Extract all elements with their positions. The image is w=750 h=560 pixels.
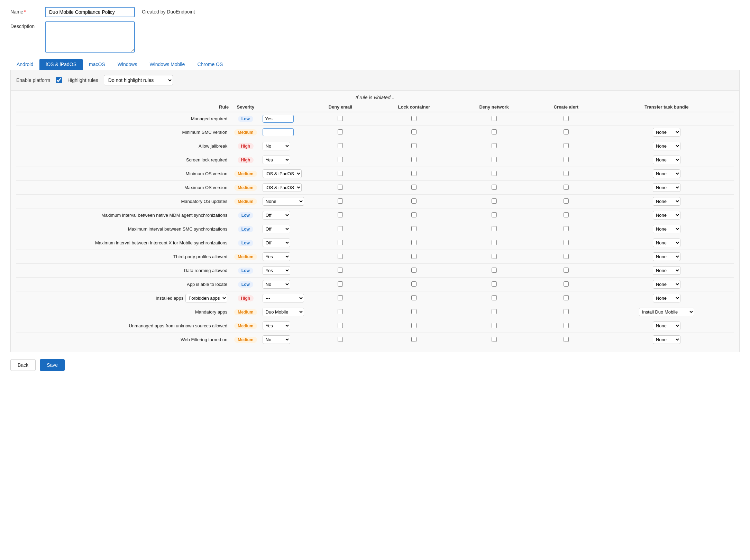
lock-container-checkbox[interactable] [411,226,417,231]
create-alert-cell[interactable] [533,195,600,208]
control-input[interactable] [263,128,294,136]
lock-container-cell[interactable] [373,125,455,139]
task-bundle-select[interactable]: None [653,321,680,330]
deny-network-cell[interactable] [455,333,532,347]
task-bundle-select[interactable]: None [653,183,680,192]
task-bundle-select[interactable]: None [653,211,680,220]
deny-email-checkbox[interactable] [338,157,343,162]
deny-network-cell[interactable] [455,153,532,167]
enable-platform-checkbox[interactable] [56,77,62,83]
control-cell[interactable]: --- [260,291,308,305]
lock-container-cell[interactable] [373,167,455,181]
lock-container-cell[interactable] [373,181,455,195]
control-cell[interactable] [260,125,308,139]
deny-email-checkbox[interactable] [338,198,343,204]
lock-container-cell[interactable] [373,278,455,291]
lock-container-checkbox[interactable] [411,129,417,134]
control-select[interactable]: Off [263,211,290,220]
deny-network-cell[interactable] [455,125,532,139]
deny-email-checkbox[interactable] [338,295,343,300]
create-alert-cell[interactable] [533,125,600,139]
lock-container-checkbox[interactable] [411,309,417,314]
save-button[interactable]: Save [40,359,65,371]
create-alert-cell[interactable] [533,291,600,305]
lock-container-cell[interactable] [373,222,455,236]
lock-container-checkbox[interactable] [411,185,417,190]
deny-email-cell[interactable] [308,153,373,167]
tab-macos[interactable]: macOS [83,59,111,70]
deny-network-cell[interactable] [455,250,532,264]
tab-windows-mobile[interactable]: Windows Mobile [143,59,191,70]
deny-email-cell[interactable] [308,236,373,250]
deny-email-cell[interactable] [308,250,373,264]
deny-network-checkbox[interactable] [492,295,497,300]
control-cell[interactable]: Off [260,222,308,236]
deny-network-cell[interactable] [455,139,532,153]
task-bundle-cell[interactable]: None [600,153,734,167]
create-alert-cell[interactable] [533,139,600,153]
deny-network-cell[interactable] [455,264,532,278]
deny-email-checkbox[interactable] [338,171,343,176]
tab-android[interactable]: Android [10,59,39,70]
deny-email-cell[interactable] [308,278,373,291]
control-select[interactable]: Off [263,239,290,247]
lock-container-checkbox[interactable] [411,143,417,148]
create-alert-cell[interactable] [533,153,600,167]
control-select[interactable]: YesNo [263,321,290,330]
lock-container-cell[interactable] [373,153,455,167]
control-cell[interactable]: YesNo [260,153,308,167]
create-alert-checkbox[interactable] [564,116,569,121]
deny-email-checkbox[interactable] [338,240,343,245]
task-bundle-select[interactable]: None [653,142,680,150]
deny-email-cell[interactable] [308,305,373,319]
control-cell[interactable]: YesNo [260,264,308,278]
create-alert-checkbox[interactable] [564,198,569,204]
lock-container-checkbox[interactable] [411,157,417,162]
create-alert-checkbox[interactable] [564,240,569,245]
back-button[interactable]: Back [10,359,36,371]
control-cell[interactable]: YesNo [260,250,308,264]
task-bundle-select[interactable]: None [653,156,680,164]
create-alert-checkbox[interactable] [564,171,569,176]
lock-container-cell[interactable] [373,250,455,264]
description-textarea[interactable] [45,21,135,53]
task-bundle-cell[interactable] [600,112,734,125]
create-alert-checkbox[interactable] [564,157,569,162]
deny-email-cell[interactable] [308,319,373,333]
deny-email-checkbox[interactable] [338,116,343,121]
control-cell[interactable]: iOS & iPadOS [260,181,308,195]
lock-container-cell[interactable] [373,208,455,222]
task-bundle-select[interactable]: None [653,197,680,206]
task-bundle-cell[interactable]: None [600,236,734,250]
deny-network-cell[interactable] [455,167,532,181]
deny-network-cell[interactable] [455,222,532,236]
create-alert-checkbox[interactable] [564,143,569,148]
deny-email-checkbox[interactable] [338,185,343,190]
task-bundle-cell[interactable]: None [600,222,734,236]
deny-email-checkbox[interactable] [338,226,343,231]
control-cell[interactable]: NoYes [260,139,308,153]
deny-email-checkbox[interactable] [338,337,343,342]
deny-email-cell[interactable] [308,112,373,125]
task-bundle-select[interactable]: None [653,294,680,302]
control-select[interactable]: YesNo [263,156,290,164]
create-alert-cell[interactable] [533,112,600,125]
control-cell[interactable]: Off [260,208,308,222]
deny-email-cell[interactable] [308,208,373,222]
task-bundle-cell[interactable]: Install Duo MobileNone [600,305,734,319]
control-select[interactable]: NoYes [263,142,290,150]
lock-container-cell[interactable] [373,305,455,319]
task-bundle-cell[interactable]: None [600,264,734,278]
control-select[interactable]: iOS & iPadOS [263,169,302,178]
task-bundle-cell[interactable]: None [600,333,734,347]
deny-network-cell[interactable] [455,181,532,195]
control-select[interactable]: Duo Mobile [263,308,304,316]
deny-email-cell[interactable] [308,222,373,236]
create-alert-checkbox[interactable] [564,281,569,287]
deny-network-checkbox[interactable] [492,281,497,287]
deny-network-checkbox[interactable] [492,337,497,342]
lock-container-checkbox[interactable] [411,323,417,328]
control-select[interactable]: YesNo [263,252,290,261]
create-alert-checkbox[interactable] [564,309,569,314]
task-bundle-select[interactable]: None [653,128,680,137]
